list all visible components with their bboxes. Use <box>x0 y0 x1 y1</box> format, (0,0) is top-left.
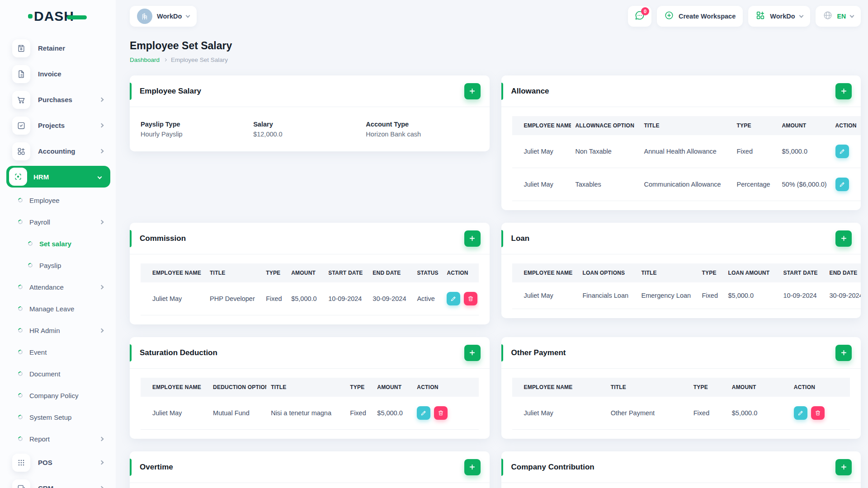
sidebar-item-pos[interactable]: POS <box>5 450 111 475</box>
card-body: EMPLOYEE NAME DEDUCTION OPTION TITLE TYP… <box>130 369 490 439</box>
save-icon <box>12 39 30 57</box>
sidebar-subitem-company-policy[interactable]: Company Policy <box>5 385 111 406</box>
language-selector[interactable]: EN <box>816 6 861 27</box>
card-body <box>501 483 861 488</box>
sidebar-subitem-label: Report <box>29 435 50 443</box>
column-header: END DATE <box>825 263 861 282</box>
table-cell-actions <box>412 397 478 430</box>
table-cell: 10-09-2024 <box>779 282 825 309</box>
table-cell: Nisi a tenetur magna <box>266 397 345 430</box>
table-cell-actions <box>831 135 861 168</box>
card-company-contribution: Company Contribution <box>501 451 861 488</box>
apps-menu-button[interactable]: WorkDo <box>748 6 810 27</box>
column-header: TITLE <box>266 378 345 397</box>
column-header: TITLE <box>205 263 261 282</box>
add-commission-button[interactable] <box>464 230 481 247</box>
column-header: EMPLOYEE NAME <box>141 263 205 282</box>
sidebar-subitem-hr-admin[interactable]: HR Admin <box>5 319 111 341</box>
field-value: Hourly Payslip <box>141 131 253 138</box>
sidebar-subitem-manage-leave[interactable]: Manage Leave <box>5 298 111 319</box>
chevron-right-icon <box>99 486 104 488</box>
add-other-payment-button[interactable] <box>835 345 852 361</box>
edit-button[interactable] <box>835 145 849 158</box>
sidebar-subitem-event[interactable]: Event <box>5 341 111 363</box>
delete-button[interactable] <box>811 406 825 420</box>
page-content: Employee Set Salary Dashboard Employee S… <box>116 33 868 488</box>
chevron-down-icon <box>186 14 190 18</box>
column-header: EMPLOYEE NAME <box>512 263 578 282</box>
sidebar-item-retainer[interactable]: Retainer <box>5 35 111 61</box>
app-logo[interactable]: DASH <box>28 9 87 24</box>
plus-icon <box>469 88 476 94</box>
sidebar-subitem-label: Payroll <box>29 218 50 226</box>
column-header: ACTION <box>831 116 861 135</box>
table-cell: 50% ($6,000.0) <box>778 168 831 201</box>
table-cell: Fixed <box>732 135 778 168</box>
sidebar-item-label: Projects <box>38 122 65 129</box>
sidebar-item-purchases[interactable]: Purchases <box>5 87 111 113</box>
bullet-ring-icon <box>17 197 24 203</box>
field-value: $12,000.0 <box>253 131 366 138</box>
add-employee-salary-button[interactable] <box>464 83 481 99</box>
edit-button[interactable] <box>794 406 807 420</box>
sidebar-subitem-label: Event <box>29 348 47 356</box>
edit-button[interactable] <box>417 406 430 420</box>
column-header: LOAN AMOUNT <box>724 263 779 282</box>
sidebar-item-invoice[interactable]: Invoice <box>5 61 111 87</box>
edit-button[interactable] <box>447 292 460 305</box>
table-cell: Financials Loan <box>578 282 637 309</box>
sidebar-subitem-label: System Setup <box>29 413 71 421</box>
add-overtime-button[interactable] <box>464 459 481 475</box>
sidebar-subitem-set-salary[interactable]: Set salary <box>5 233 111 254</box>
table-cell: Annual Health Allowance <box>640 135 732 168</box>
sidebar-subitem-report[interactable]: Report <box>5 428 111 450</box>
plus-icon <box>469 235 476 242</box>
sidebar-item-projects[interactable]: Projects <box>5 113 111 138</box>
add-allowance-button[interactable] <box>835 83 852 99</box>
field-label: Salary <box>253 121 366 128</box>
column-header: END DATE <box>368 263 412 282</box>
edit-button[interactable] <box>835 178 849 191</box>
table-cell: Juliet May <box>512 397 606 430</box>
table-header-row: EMPLOYEE NAME LOAN OPTIONS TITLE TYPE LO… <box>512 263 861 282</box>
add-company-contribution-button[interactable] <box>835 459 852 475</box>
other-payment-table: EMPLOYEE NAME TITLE TYPE AMOUNT ACTION J… <box>512 378 850 430</box>
table-cell: Juliet May <box>512 168 571 201</box>
pencil-icon <box>839 148 845 155</box>
delete-button[interactable] <box>434 406 448 420</box>
create-workspace-button[interactable]: Create Workspace <box>657 6 743 27</box>
card-employee-salary: Employee Salary Payslip Type Hourly Pays… <box>130 75 490 151</box>
sidebar-subitem-employee[interactable]: Employee <box>5 189 111 211</box>
sidebar-subitem-payslip[interactable]: Payslip <box>5 254 111 276</box>
workspace-selector[interactable]: WorkDo <box>130 6 197 27</box>
column-header: AMOUNT <box>287 263 324 282</box>
table-header-row: EMPLOYEE NAME TITLE TYPE AMOUNT START DA… <box>141 263 479 282</box>
logo-dot-icon <box>28 14 33 19</box>
add-loan-button[interactable] <box>835 230 852 247</box>
table-header-row: EMPLOYEE NAME ALLOWNACE OPTION TITLE TYP… <box>512 116 861 135</box>
card-header: Overtime <box>130 451 490 483</box>
delete-button[interactable] <box>464 292 477 305</box>
table-cell: 30-09-2024 <box>825 282 861 309</box>
table-cell: Emergency Loan <box>637 282 698 309</box>
sidebar-item-crm[interactable]: CRM <box>5 475 111 488</box>
table-cell: Juliet May <box>141 397 208 430</box>
breadcrumb-dashboard-link[interactable]: Dashboard <box>130 56 160 63</box>
sidebar-subitem-attendance[interactable]: Attendance <box>5 276 111 298</box>
sidebar-item-accounting[interactable]: Accounting <box>5 138 111 164</box>
messages-button[interactable]: 0 <box>628 6 651 27</box>
sidebar-subitem-payroll[interactable]: Payroll <box>5 211 111 233</box>
card-title: Saturation Deduction <box>140 348 217 357</box>
column-header: AMOUNT <box>778 116 831 135</box>
table-cell: Non Taxable <box>571 135 640 168</box>
globe-icon <box>823 10 833 22</box>
card-title: Allowance <box>511 87 549 96</box>
chevron-right-icon <box>99 220 104 224</box>
sidebar-subitem-system-setup[interactable]: System Setup <box>5 406 111 428</box>
chevron-right-icon <box>99 436 104 441</box>
sidebar-subitem-document[interactable]: Document <box>5 363 111 385</box>
add-saturation-deduction-button[interactable] <box>464 345 481 361</box>
bullet-ring-icon <box>17 327 24 333</box>
table-cell: Fixed <box>689 397 727 430</box>
sidebar-item-hrm[interactable]: HRM <box>6 166 110 188</box>
